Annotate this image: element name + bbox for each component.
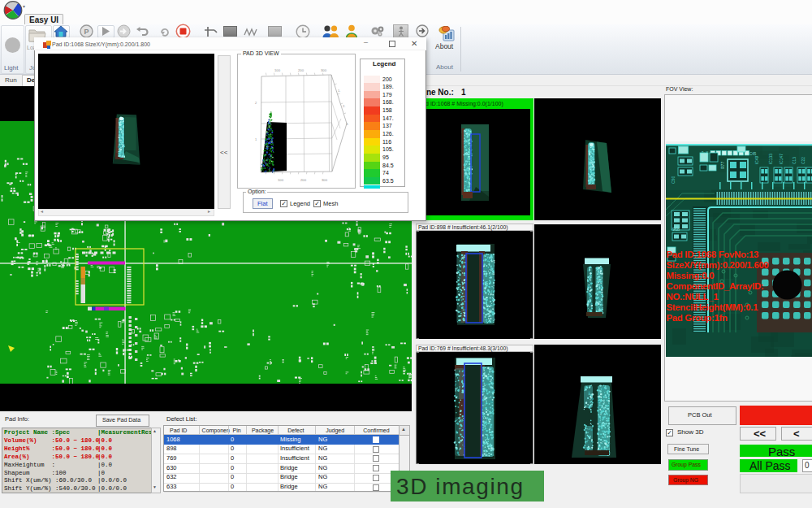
svg-text:96b: 96b [672,227,680,232]
svg-text:IC133: IC133 [769,154,773,164]
svg-text:C13: C13 [793,157,797,164]
svg-text:2.: 2. [343,104,345,108]
svg-text:IC147: IC147 [780,154,784,164]
svg-text:R77: R77 [720,162,725,169]
svg-text:ComponentID_ArrayID:: ComponentID_ArrayID: [667,281,764,291]
svg-text:3.: 3. [346,122,348,126]
svg-text:300: 300 [322,178,328,182]
svg-text:C50: C50 [671,176,676,184]
svg-text:IC49: IC49 [755,156,759,164]
svg-text:C22: C22 [801,157,806,164]
svg-text:300: 300 [321,68,327,72]
svg-text:C45: C45 [749,152,757,156]
svg-text:SizeX/Y(mm):0.200/1.600: SizeX/Y(mm):0.200/1.600 [667,260,769,270]
svg-text:1: 1 [255,137,257,141]
svg-text:200: 200 [300,178,307,182]
svg-text:200: 200 [298,68,304,72]
svg-text:P: P [84,28,89,36]
svg-text:StencilHeight(MM):0.1: StencilHeight(MM):0.1 [667,302,759,312]
svg-text:100: 100 [278,178,284,182]
svg-text:1.: 1. [338,89,340,93]
svg-text:NO.:NULL_1: NO.:NULL_1 [667,292,719,302]
svg-text:2: 2 [255,101,257,105]
svg-text:100: 100 [274,68,281,72]
svg-text:Missing:0.0: Missing:0.0 [667,271,715,280]
svg-text:Pad Group:1fn: Pad Group:1fn [667,313,728,323]
svg-text:Pad ID:1068 FovNo:13: Pad ID:1068 FovNo:13 [667,250,759,259]
